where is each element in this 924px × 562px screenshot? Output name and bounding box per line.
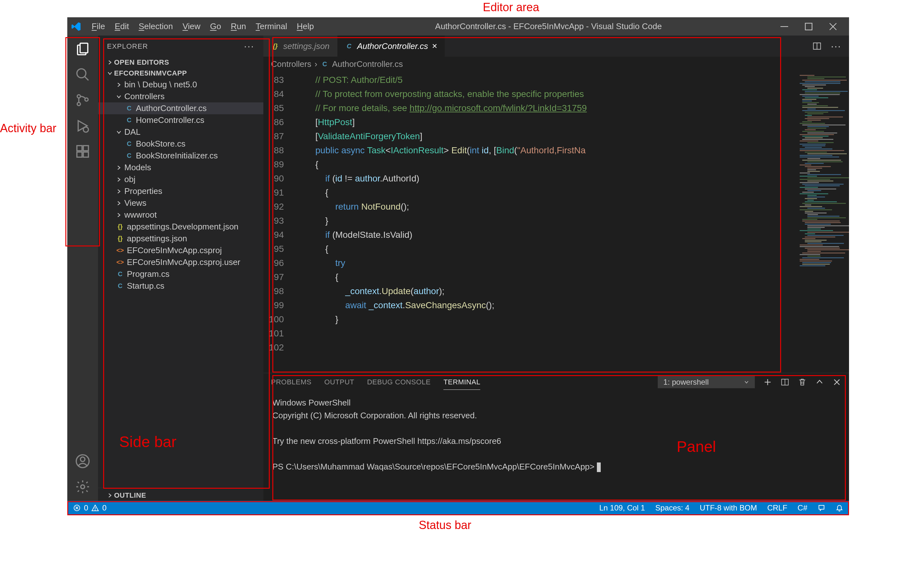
file-item[interactable]: CBookStoreInitializer.cs (98, 150, 263, 161)
new-terminal-icon[interactable] (763, 378, 772, 387)
file-item[interactable]: CHomeController.cs (98, 114, 263, 126)
file-item[interactable]: CStartup.cs (98, 280, 263, 292)
file-type-icon: {} (116, 235, 124, 243)
chevron-icon (116, 82, 122, 88)
annotation-activity-bar: Activity bar (0, 122, 56, 135)
bell-icon[interactable] (836, 504, 843, 512)
trash-icon[interactable] (798, 378, 807, 387)
title-bar: File Edit Selection View Go Run Terminal… (67, 17, 849, 36)
warning-icon[interactable] (91, 504, 99, 512)
language-status[interactable]: C# (798, 504, 807, 513)
sidebar: EXPLORER ··· OPEN EDITORS EFCORE5INMVCAP… (98, 36, 263, 501)
svg-rect-4 (80, 43, 88, 53)
file-type-icon: C (116, 270, 124, 278)
editor-more-icon[interactable]: ··· (831, 40, 842, 52)
close-icon[interactable]: × (432, 41, 437, 51)
code-editor[interactable]: 8384858687888990919293949596979899100101… (263, 72, 849, 373)
folder-item[interactable]: Models (98, 161, 263, 173)
tab-terminal[interactable]: TERMINAL (443, 375, 480, 390)
close-panel-icon[interactable] (832, 378, 842, 387)
file-item[interactable]: <>EFCore5InMvcApp.csproj (98, 245, 263, 256)
chevron-icon (116, 212, 122, 218)
file-type-icon: C (125, 152, 133, 160)
folder-item[interactable]: Controllers (98, 91, 263, 102)
folder-item[interactable]: bin \ Debug \ net5.0 (98, 79, 263, 91)
explorer-icon[interactable] (75, 41, 90, 57)
sidebar-header: EXPLORER ··· (98, 36, 263, 57)
chevron-up-icon[interactable] (815, 378, 824, 387)
maximize-button[interactable] (803, 21, 814, 32)
feedback-icon[interactable] (818, 504, 825, 512)
annotation-status-bar: Status bar (419, 519, 471, 532)
code-content[interactable]: // POST: Author/Edit/5 // To protect fro… (296, 72, 798, 373)
folder-item[interactable]: DAL (98, 126, 263, 138)
outline-section[interactable]: OUTLINE (98, 488, 263, 501)
file-item[interactable]: <>EFCore5InMvcApp.csproj.user (98, 256, 263, 268)
sidebar-more-icon[interactable]: ··· (244, 40, 254, 52)
eol-status[interactable]: CRLF (767, 504, 788, 513)
menu-view[interactable]: View (178, 19, 205, 33)
minimize-button[interactable] (778, 21, 790, 32)
menu-file[interactable]: File (87, 19, 110, 33)
tab-debug-console[interactable]: DEBUG CONSOLE (367, 375, 430, 390)
svg-point-9 (85, 98, 88, 101)
terminal-select[interactable]: 1: powershell (658, 376, 755, 388)
menu-run[interactable]: Run (226, 19, 250, 33)
error-count[interactable]: 0 (84, 504, 88, 513)
menu-terminal[interactable]: Terminal (251, 19, 291, 33)
chevron-icon (116, 177, 122, 182)
tree-item-label: obj (124, 175, 135, 184)
settings-gear-icon[interactable] (75, 479, 90, 495)
split-terminal-icon[interactable] (780, 378, 789, 387)
warning-count[interactable]: 0 (102, 504, 106, 513)
menu-help[interactable]: Help (292, 19, 318, 33)
file-type-icon: {} (271, 42, 279, 50)
svg-point-8 (77, 102, 80, 106)
tab-problems[interactable]: PROBLEMS (271, 375, 311, 390)
folder-item[interactable]: obj (98, 173, 263, 185)
error-icon[interactable] (73, 504, 81, 512)
tree-item-label: EFCore5InMvcApp.csproj.user (127, 257, 240, 267)
editor-tab[interactable]: CAuthorController.cs× (338, 36, 445, 57)
vscode-window: File Edit Selection View Go Run Terminal… (67, 17, 849, 515)
project-section[interactable]: EFCORE5INMVCAPP (98, 68, 263, 79)
menu-edit[interactable]: Edit (110, 19, 134, 33)
tree-item-label: AuthorController.cs (136, 103, 207, 113)
menu-selection[interactable]: Selection (134, 19, 177, 33)
file-type-icon: C (116, 282, 124, 290)
run-debug-icon[interactable] (75, 118, 90, 133)
editor-tab[interactable]: {}settings.json (263, 36, 338, 57)
svg-point-10 (83, 127, 88, 132)
file-item[interactable]: CBookStore.cs (98, 138, 263, 150)
close-button[interactable] (827, 21, 839, 32)
minimap[interactable] (798, 72, 849, 373)
open-editors-section[interactable]: OPEN EDITORS (98, 57, 263, 68)
source-control-icon[interactable] (75, 93, 90, 108)
svg-point-7 (77, 95, 80, 98)
folder-item[interactable]: wwwroot (98, 209, 263, 221)
extensions-icon[interactable] (75, 144, 90, 159)
folder-item[interactable]: Views (98, 197, 263, 209)
file-item[interactable]: CAuthorController.cs (98, 102, 263, 114)
cursor-position[interactable]: Ln 109, Col 1 (599, 504, 645, 513)
tree-item-label: Controllers (124, 91, 165, 102)
tab-output[interactable]: OUTPUT (324, 375, 354, 390)
terminal-content[interactable]: Windows PowerShell Copyright (C) Microso… (263, 391, 849, 501)
menu-go[interactable]: Go (206, 19, 226, 33)
encoding-status[interactable]: UTF-8 with BOM (700, 504, 757, 513)
svg-point-17 (81, 485, 85, 489)
svg-line-6 (85, 76, 88, 80)
svg-rect-1 (806, 23, 812, 30)
folder-item[interactable]: Properties (98, 185, 263, 197)
breadcrumb[interactable]: Controllers › C AuthorController.cs (263, 57, 849, 72)
chevron-icon (116, 188, 122, 194)
svg-point-5 (77, 69, 86, 78)
account-icon[interactable] (75, 453, 90, 469)
tree-item-label: Program.cs (127, 269, 170, 279)
file-item[interactable]: CProgram.cs (98, 268, 263, 280)
search-icon[interactable] (75, 67, 90, 82)
split-editor-icon[interactable] (812, 41, 822, 51)
indent-status[interactable]: Spaces: 4 (655, 504, 690, 513)
file-item[interactable]: {}appsettings.Development.json (98, 221, 263, 233)
file-item[interactable]: {}appsettings.json (98, 233, 263, 245)
